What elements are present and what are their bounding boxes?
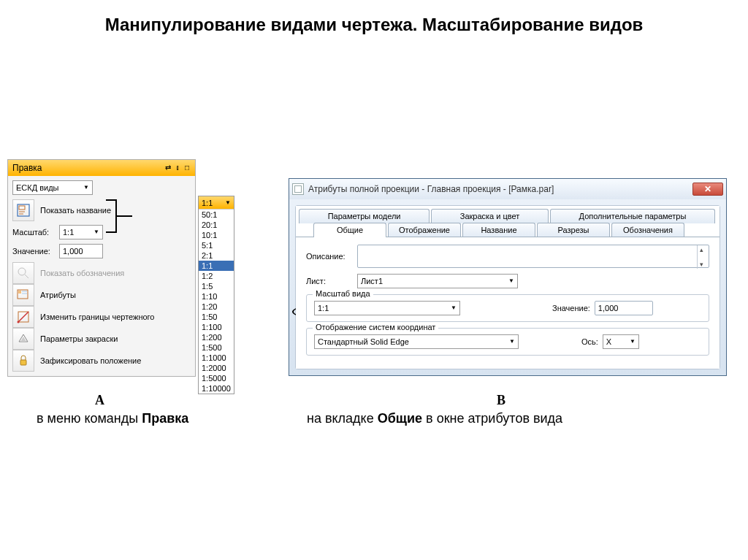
tab-разрезы[interactable]: Разрезы bbox=[537, 223, 610, 237]
tab-отображение[interactable]: Отображение bbox=[388, 223, 461, 237]
show-designations-icon bbox=[12, 262, 34, 284]
letter-a: A bbox=[95, 393, 104, 408]
bracket-icon bbox=[106, 197, 132, 235]
scale-list-item[interactable]: 1:20 bbox=[199, 302, 234, 312]
svg-point-12 bbox=[18, 321, 20, 323]
scale-dropdown-value: 1:1 bbox=[63, 226, 74, 239]
scale-list-popup: 1:1 ▼ 50:120:110:15:12:11:11:21:51:101:2… bbox=[198, 196, 234, 394]
axis-dropdown[interactable]: X ▼ bbox=[603, 334, 639, 349]
dialog-value-label: Значение: bbox=[552, 304, 590, 312]
spinner-icon[interactable] bbox=[697, 245, 709, 269]
edit-panel: Правка ⇄ ⫾ □ ЕСКД виды ▼ Показать назван… bbox=[7, 159, 196, 377]
attributes-dialog: Атрибуты полной проекции - Главная проек… bbox=[289, 178, 727, 376]
svg-rect-13 bbox=[20, 360, 26, 365]
caption-a-pre: в меню команды bbox=[37, 411, 142, 426]
scale-list-item[interactable]: 10:1 bbox=[199, 230, 234, 240]
sheet-dropdown[interactable]: Лист1 ▼ bbox=[357, 274, 518, 288]
dialog-scale-value: 1:1 bbox=[318, 302, 329, 315]
scale-list-item[interactable]: 1:10000 bbox=[199, 383, 234, 394]
fix-position-label: Зафиксировать положение bbox=[40, 356, 141, 365]
chevron-down-icon: ▼ bbox=[451, 302, 457, 315]
tab-дополнительные-параметры[interactable]: Дополнительные параметры bbox=[550, 209, 715, 223]
caption-b: на вкладке Общие в окне атрибутов вида bbox=[307, 411, 562, 426]
svg-line-11 bbox=[18, 312, 28, 322]
scale-list-item[interactable]: 1:5 bbox=[199, 281, 234, 291]
scale-list-current[interactable]: 1:1 ▼ bbox=[199, 196, 234, 210]
coord-dropdown[interactable]: Стандартный Solid Edge ▼ bbox=[314, 334, 519, 349]
coord-legend: Отображение систем координат bbox=[313, 323, 438, 331]
svg-rect-7 bbox=[18, 291, 21, 294]
chevron-down-icon: ▼ bbox=[94, 226, 99, 239]
edit-panel-header: Правка ⇄ ⫾ □ bbox=[8, 160, 195, 176]
show-name-icon[interactable] bbox=[12, 199, 34, 221]
edit-panel-title: Правка bbox=[12, 160, 42, 176]
axis-label: Ось: bbox=[581, 337, 598, 346]
scale-list-item[interactable]: 50:1 bbox=[199, 210, 234, 220]
fill-params-label: Параметры закраски bbox=[40, 334, 118, 343]
scale-list-item[interactable]: 1:1 bbox=[199, 261, 234, 271]
dialog-value-text[interactable]: 1,000 bbox=[595, 301, 653, 315]
value-text[interactable]: 1,000 bbox=[59, 244, 103, 258]
value-label: Значение: bbox=[12, 247, 55, 256]
dialog-scale-dropdown[interactable]: 1:1 ▼ bbox=[314, 301, 460, 315]
scale-list-current-value: 1:1 bbox=[202, 196, 213, 209]
change-bounds-icon[interactable] bbox=[12, 306, 34, 328]
svg-point-4 bbox=[18, 268, 26, 275]
svg-rect-8 bbox=[22, 291, 27, 292]
sheet-dropdown-value: Лист1 bbox=[361, 275, 383, 288]
panel-controls-icon[interactable]: ⇄ ⫾ □ bbox=[165, 160, 191, 176]
svg-rect-1 bbox=[19, 206, 25, 210]
attributes-icon[interactable] bbox=[12, 284, 34, 306]
scale-list-item[interactable]: 1:200 bbox=[199, 332, 234, 342]
chevron-down-icon: ▼ bbox=[630, 335, 636, 348]
tab-общие[interactable]: Общие bbox=[313, 223, 386, 237]
tab-обозначения[interactable]: Обозначения bbox=[611, 223, 684, 237]
svg-line-5 bbox=[25, 275, 28, 278]
mode-dropdown-value: ЕСКД виды bbox=[16, 181, 59, 194]
sheet-label: Лист: bbox=[306, 277, 357, 285]
change-bounds-label: Изменить границы чертежного bbox=[40, 312, 154, 321]
scale-label: Масштаб: bbox=[12, 228, 55, 237]
tab-параметры-модели[interactable]: Параметры модели bbox=[299, 209, 430, 223]
mode-dropdown[interactable]: ЕСКД виды ▼ bbox=[12, 180, 93, 195]
letter-b: B bbox=[497, 393, 505, 408]
scale-list-item[interactable]: 1:50 bbox=[199, 312, 234, 322]
caption-b-pre: на вкладке bbox=[307, 411, 378, 426]
caption-b-post: в окне атрибутов вида bbox=[422, 411, 562, 426]
fill-params-icon[interactable] bbox=[12, 328, 34, 350]
scale-dropdown[interactable]: 1:1 ▼ bbox=[59, 225, 103, 239]
tab-закраска-и-цвет[interactable]: Закраска и цвет bbox=[431, 209, 549, 223]
chevron-down-icon: ▼ bbox=[225, 196, 231, 209]
close-button[interactable]: ✕ bbox=[692, 183, 723, 196]
scale-list-item[interactable]: 1:10 bbox=[199, 291, 234, 302]
axis-dropdown-value: X bbox=[606, 335, 611, 348]
scale-list-items: 50:120:110:15:12:11:11:21:51:101:201:501… bbox=[199, 210, 234, 394]
caption-b-bold: Общие bbox=[378, 411, 422, 426]
scale-list-item[interactable]: 1:2 bbox=[199, 271, 234, 281]
scale-list-item[interactable]: 1:5000 bbox=[199, 373, 234, 383]
page-title: Манипулирование видами чертежа. Масштаби… bbox=[0, 0, 748, 35]
coord-fieldset: Отображение систем координат Стандартный… bbox=[306, 328, 709, 356]
show-name-label: Показать название bbox=[40, 206, 111, 215]
scale-list-item[interactable]: 5:1 bbox=[199, 240, 234, 250]
scale-list-item[interactable]: 1:100 bbox=[199, 322, 234, 332]
scale-fieldset: Масштаб вида 1:1 ▼ Значение: 1,000 bbox=[306, 294, 709, 322]
scale-list-item[interactable]: 20:1 bbox=[199, 220, 234, 230]
scale-legend: Масштаб вида bbox=[313, 289, 373, 298]
svg-rect-9 bbox=[22, 293, 27, 294]
scale-list-item[interactable]: 1:500 bbox=[199, 342, 234, 353]
dialog-titlebar: Атрибуты полной проекции - Главная проек… bbox=[289, 179, 726, 199]
chevron-down-icon: ▼ bbox=[83, 181, 89, 194]
coord-dropdown-value: Стандартный Solid Edge bbox=[318, 335, 409, 348]
fix-position-icon[interactable] bbox=[12, 350, 34, 372]
scale-list-item[interactable]: 1:2000 bbox=[199, 363, 234, 373]
scale-list-item[interactable]: 1:1000 bbox=[199, 353, 234, 363]
dialog-title: Атрибуты полной проекции - Главная проек… bbox=[308, 184, 554, 194]
chevron-down-icon: ▼ bbox=[509, 335, 515, 348]
chevron-down-icon: ▼ bbox=[508, 275, 514, 288]
tab-название[interactable]: Название bbox=[462, 223, 535, 237]
scale-list-item[interactable]: 2:1 bbox=[199, 250, 234, 261]
description-label: Описание: bbox=[306, 252, 357, 261]
window-icon bbox=[292, 183, 304, 195]
description-input[interactable] bbox=[357, 245, 709, 268]
